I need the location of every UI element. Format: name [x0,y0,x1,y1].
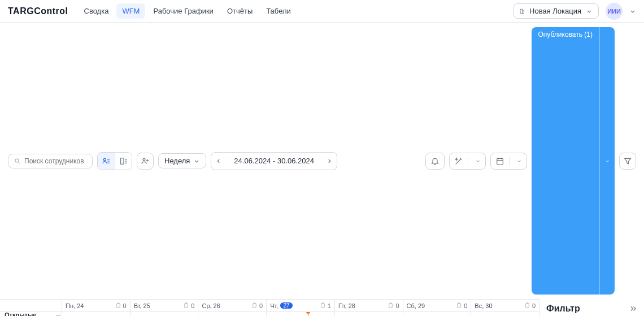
chevron-down-icon [586,8,593,15]
day-header: Сб, 290 [403,300,472,311]
search-input[interactable] [24,157,86,165]
topbar-right: Новая Локация ИИИ [513,3,636,20]
publish-dropdown[interactable] [599,27,615,295]
calendar-actions-button[interactable] [490,153,527,170]
schedule-header-side [0,300,62,311]
toolbar-right: Опубликовать (1) [425,27,636,295]
date-range: 24.06.2024 - 30.06.2024 [211,152,337,170]
day-header: Вс, 300 [471,300,539,311]
day-label: Вт, 25 [134,302,150,309]
notifications-button[interactable] [425,153,445,170]
current-day-badge: 27 [280,302,292,309]
publish-group: Опубликовать (1) [532,27,615,295]
view-mode-group [97,152,132,170]
schedule: Пн, 240Вт, 250Ср, 260Чт,271Пт, 280Сб, 29… [0,299,539,316]
svg-point-2 [15,158,19,162]
svg-rect-13 [526,304,529,308]
nav-tab[interactable]: WFM [116,3,145,19]
chevron-right-icon [326,158,333,165]
filter-panel: Фильтр *Фильтрация по сотрудникам Доступ… [539,299,644,316]
view-by-location-button[interactable] [115,153,132,170]
svg-rect-8 [185,304,188,308]
magic-wand-button[interactable] [449,153,486,170]
day-shift-count: 0 [456,302,467,309]
nav-tab[interactable]: Отчёты [221,3,258,19]
chevron-down-icon [193,158,200,165]
filter-title: Фильтр [546,304,580,314]
svg-rect-11 [389,304,393,308]
nav-tab[interactable]: Табели [260,3,297,19]
building-rows-icon [119,157,128,166]
svg-point-3 [103,158,106,161]
period-select[interactable]: Неделя [158,153,206,168]
day-shift-count: 0 [388,302,399,309]
day-label: Сб, 29 [407,302,425,309]
toolbar: Неделя 24.06.2024 - 30.06.2024 Опубликов… [0,23,644,299]
schedule-header: Пн, 240Вт, 250Ср, 260Чт,271Пт, 280Сб, 29… [0,300,539,312]
view-by-employee-button[interactable] [98,153,115,170]
building-icon [519,8,525,14]
day-header: Пн, 240 [62,300,130,311]
nav-tab[interactable]: Сводка [79,3,115,19]
period-label: Неделя [164,157,190,165]
publish-button[interactable]: Опубликовать (1) [532,27,599,295]
svg-rect-4 [120,158,123,164]
location-select[interactable]: Новая Локация [513,3,599,19]
add-employee-button[interactable] [137,153,154,170]
day-header: Пт, 280 [335,300,403,311]
nav-tabs: СводкаWFMРабочие ГрафикиОтчётыТабели [79,3,297,19]
open-shifts-row: Открытые смены ? [0,312,539,316]
chevron-down-icon [475,158,481,164]
day-shift-count: 1 [320,302,331,309]
open-shifts-label: Открытые смены ? [0,312,62,316]
location-label: Новая Локация [529,7,581,15]
svg-rect-7 [116,304,120,308]
nav-tab[interactable]: Рабочие Графики [147,3,219,19]
day-shift-count: 0 [524,302,536,309]
brand: TARGControl [8,6,68,16]
now-indicator [308,312,308,316]
day-header: Вт, 250 [130,300,199,311]
open-shifts-cells [62,312,539,316]
open-shift-cell[interactable] [267,312,335,316]
svg-rect-10 [321,304,325,308]
open-shift-cell[interactable] [62,312,130,316]
schedule-body: Открытые смены ? Иванов И. И.00:00 / 09:… [0,312,539,316]
user-plus-icon [141,157,150,166]
svg-rect-9 [253,304,256,308]
open-shifts-text: Открытые смены [5,312,53,316]
date-range-label[interactable]: 24.06.2024 - 30.06.2024 [226,157,322,165]
open-shift-cell[interactable] [198,312,267,316]
chevron-down-icon[interactable] [629,8,636,15]
next-week-button[interactable] [322,153,337,170]
chevron-down-icon [604,158,610,164]
filter-toggle-button[interactable] [619,153,636,170]
open-shift-cell[interactable] [403,312,472,316]
open-shift-cell[interactable] [335,312,403,316]
main: Пн, 240Вт, 250Ср, 260Чт,271Пт, 280Сб, 29… [0,299,644,316]
bell-icon [430,157,440,166]
day-label: Вс, 30 [475,302,492,309]
day-label: Пт, 28 [338,302,355,309]
day-header: Ср, 260 [198,300,267,311]
day-shift-count: 0 [183,302,194,309]
search-input-wrapper[interactable] [8,154,93,168]
toolbar-left: Неделя 24.06.2024 - 30.06.2024 [8,152,337,170]
filter-icon [623,157,632,166]
svg-rect-0 [520,9,523,14]
day-shift-count: 0 [251,302,263,309]
svg-point-5 [143,158,145,161]
avatar[interactable]: ИИИ [606,3,623,20]
svg-rect-1 [523,10,524,13]
day-label: Ср, 26 [202,302,220,309]
calendar-icon [495,157,504,166]
wand-icon [454,157,463,166]
chevron-down-icon [516,158,522,164]
filter-header: Фильтр [546,304,637,314]
topbar: TARGControl СводкаWFMРабочие ГрафикиОтчё… [0,0,644,23]
prev-week-button[interactable] [211,153,226,170]
day-label: Чт,27 [270,302,292,309]
open-shift-cell[interactable] [130,312,199,316]
collapse-right-icon[interactable] [629,305,637,313]
open-shift-cell[interactable] [471,312,539,316]
